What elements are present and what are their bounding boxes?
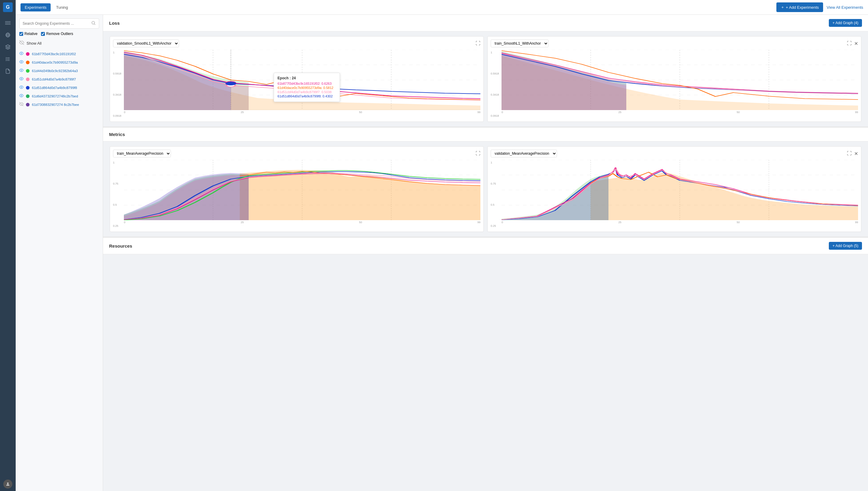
loss-section-header: Loss + Add Graph (4) — [103, 15, 868, 31]
file-icon[interactable] — [3, 66, 13, 76]
expand-icon-2[interactable]: ⛶ — [847, 41, 852, 46]
svg-point-14 — [21, 61, 22, 62]
exp-name-3[interactable]: 61d44d349b0c9c92382b64a3 — [32, 69, 78, 73]
exp-name-2[interactable]: 61d40dace0c7b90955273d9a — [32, 61, 78, 64]
sidebar-logo[interactable]: G — [3, 2, 13, 12]
checklist-icon[interactable] — [3, 54, 13, 64]
add-experiments-button[interactable]: ＋ + Add Experiments — [776, 2, 823, 12]
relative-label: Relative — [24, 32, 37, 36]
tab-experiments[interactable]: Experiments — [21, 3, 51, 11]
eye-icon-1 — [19, 51, 24, 57]
svg-rect-0 — [5, 21, 10, 22]
svg-point-31 — [225, 82, 236, 85]
chart-1-header: validation_SmoothL1_WithAnchor ⛶ — [113, 39, 480, 47]
x-axis-labels-4: 0 25 50 99 — [501, 221, 858, 224]
tab-tuning[interactable]: Tuning — [52, 3, 72, 11]
x-axis-labels-3: 0 25 50 99 — [124, 221, 480, 224]
exp-name-6[interactable]: 61d6d437329072748c2b7bed — [32, 94, 78, 98]
topbar: Experiments Tuning ＋ + Add Experiments V… — [16, 0, 868, 15]
loss-chart-1-select[interactable]: validation_SmoothL1_WithAnchor — [113, 39, 179, 47]
y-axis-labels-3: 1 0.75 0.5 0.25 — [113, 160, 119, 229]
exp-name-4[interactable]: 61d51cbf4d0d7a4b9c8799f7 — [32, 78, 76, 81]
add-graph-resources-button[interactable]: + Add Graph (5) — [829, 242, 862, 250]
list-item[interactable]: 61d40dace0c7b90955273d9a — [19, 58, 99, 67]
metrics-chart-1-actions: ⛶ — [475, 151, 480, 156]
eye-hidden-icon-7 — [19, 102, 24, 107]
show-all-row[interactable]: Show All — [19, 39, 99, 47]
exp-dot-7 — [26, 103, 30, 107]
metrics-chart-2-select[interactable]: validation_MeanAveragePrecision — [491, 150, 557, 157]
svg-point-16 — [21, 78, 22, 79]
svg-line-11 — [94, 24, 95, 25]
x-axis-labels-2: 0 25 50 99 — [501, 111, 858, 114]
search-input[interactable] — [23, 21, 91, 26]
expand-icon-3[interactable]: ⛶ — [475, 151, 480, 156]
loss-chart-1: validation_SmoothL1_WithAnchor ⛶ 1 0.591… — [110, 36, 484, 122]
metrics-chart-1-inner: 1 0.75 0.5 0.25 — [113, 160, 480, 229]
relative-checkbox[interactable] — [19, 32, 23, 36]
left-panel: Relative Remove Outliers Show All — [16, 15, 103, 491]
svg-point-18 — [21, 95, 22, 96]
loss-chart-2-select[interactable]: train_SmoothL1_WithAnchor — [491, 39, 549, 47]
svg-point-13 — [21, 53, 22, 54]
x-axis-labels-1: 0 25 50 99 — [124, 111, 480, 114]
close-icon-2[interactable]: ✕ — [854, 41, 858, 47]
list-item[interactable]: 61d51d864d0d7a4b9c8799f8 — [19, 84, 99, 92]
content-area: Relative Remove Outliers Show All — [16, 15, 868, 491]
show-all-label: Show All — [27, 41, 41, 46]
eye-icon-4 — [19, 77, 24, 82]
metrics-chart-1-select[interactable]: train_MeanAveragePrecision — [113, 150, 171, 157]
chart-2-inner: 1 0.5918 0.3418 0.0918 — [491, 50, 858, 118]
exp-dot-2 — [26, 61, 30, 64]
list-item[interactable]: 61b877f3d43bc9c165191f02 — [19, 50, 99, 58]
exp-dot-1 — [26, 52, 30, 56]
right-panel: Loss + Add Graph (4) validation_SmoothL1… — [103, 15, 868, 491]
remove-outliers-checkbox-label[interactable]: Remove Outliers — [41, 32, 73, 36]
menu-icon[interactable] — [3, 18, 13, 28]
layers-icon[interactable] — [3, 42, 13, 52]
tabs: Experiments Tuning — [21, 3, 72, 11]
close-icon-4[interactable]: ✕ — [854, 151, 858, 156]
chart-2-actions: ⛶ ✕ — [847, 41, 858, 47]
list-item[interactable]: 61d6d437329072748c2b7bed — [19, 92, 99, 100]
metrics-chart-2-header: validation_MeanAveragePrecision ⛶ ✕ — [491, 150, 858, 157]
chart-1-actions: ⛶ — [475, 41, 480, 46]
y-axis-labels-4: 1 0.75 0.5 0.25 — [491, 160, 496, 229]
svg-rect-2 — [5, 24, 10, 25]
user-avatar[interactable] — [3, 480, 12, 489]
resources-title: Resources — [109, 243, 132, 249]
remove-outliers-label: Remove Outliers — [46, 32, 73, 36]
chart-tooltip: Epoch : 24 61b877f3d43bc9c165191f02: 0.6… — [274, 73, 340, 102]
svg-point-15 — [21, 70, 22, 71]
exp-name-1[interactable]: 61b877f3d43bc9c165191f02 — [32, 52, 76, 56]
metrics-chart-1-svg — [124, 160, 480, 220]
y-axis-labels-1: 1 0.5918 0.3418 0.0918 — [113, 50, 121, 118]
metrics-section-header: Metrics — [103, 127, 868, 141]
metrics-chart-1-header: train_MeanAveragePrecision ⛶ — [113, 150, 480, 157]
metrics-chart-2-inner: 1 0.75 0.5 0.25 — [491, 160, 858, 229]
globe-icon[interactable] — [3, 30, 13, 40]
search-icon[interactable] — [91, 21, 96, 27]
loss-charts-row: validation_SmoothL1_WithAnchor ⛶ 1 0.591… — [103, 31, 868, 127]
view-all-link[interactable]: View All Experiments — [827, 5, 863, 10]
list-item[interactable]: 61d51cbf4d0d7a4b9c8799f7 — [19, 75, 99, 84]
loss-chart-1-svg: Epoch : 24 61b877f3d43bc9c165191f02: 0.6… — [124, 50, 480, 110]
eye-icon-2 — [19, 60, 24, 65]
exp-name-7[interactable]: 61d7308832907274 8c2b7bee — [32, 103, 79, 107]
expand-icon-4[interactable]: ⛶ — [847, 151, 852, 156]
list-item[interactable]: 61d7308832907274 8c2b7bee — [19, 100, 99, 109]
eye-icon-3 — [19, 68, 24, 74]
main-container: Experiments Tuning ＋ + Add Experiments V… — [16, 0, 868, 491]
relative-checkbox-label[interactable]: Relative — [19, 32, 37, 36]
eye-slash-icon — [19, 40, 24, 46]
loss-chart-2-svg — [501, 50, 858, 110]
topbar-actions: ＋ + Add Experiments View All Experiments — [776, 2, 863, 12]
list-item[interactable]: 61d44d349b0c9c92382b64a3 — [19, 67, 99, 75]
add-graph-loss-button[interactable]: + Add Graph (4) — [829, 19, 862, 27]
tooltip-line-4: 61d51d864d0d7a4b9c8799f8: 0.4302 — [278, 94, 336, 98]
eye-icon-6 — [19, 93, 24, 99]
exp-name-5[interactable]: 61d51d864d0d7a4b9c8799f8 — [32, 86, 77, 90]
metrics-title: Metrics — [109, 132, 125, 137]
remove-outliers-checkbox[interactable] — [41, 32, 45, 36]
expand-icon-1[interactable]: ⛶ — [475, 41, 480, 46]
